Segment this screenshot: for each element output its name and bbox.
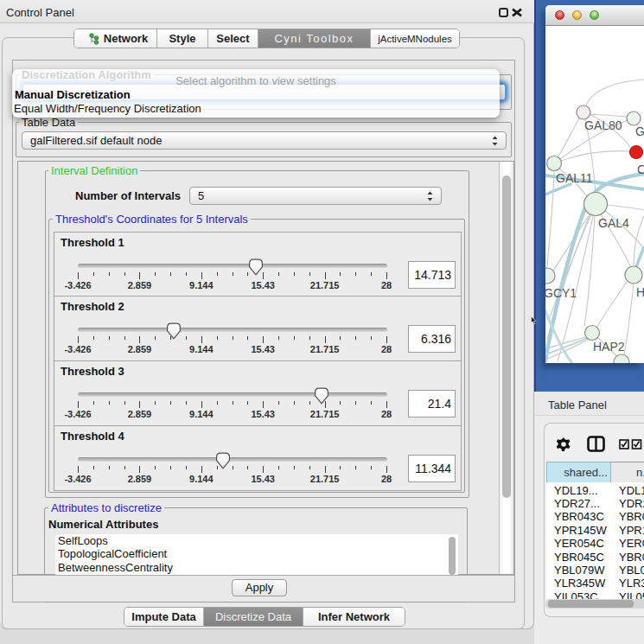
svg-text:C: C [637, 163, 644, 176]
svg-text:GCY1: GCY1 [545, 286, 577, 300]
svg-text:GAL4: GAL4 [598, 216, 629, 230]
svg-text:GAL11: GAL11 [556, 171, 593, 185]
svg-text:H: H [636, 285, 644, 299]
svg-text:HAP2: HAP2 [593, 340, 625, 354]
svg-text:GA: GA [635, 124, 644, 138]
svg-text:GAL80: GAL80 [584, 118, 622, 132]
